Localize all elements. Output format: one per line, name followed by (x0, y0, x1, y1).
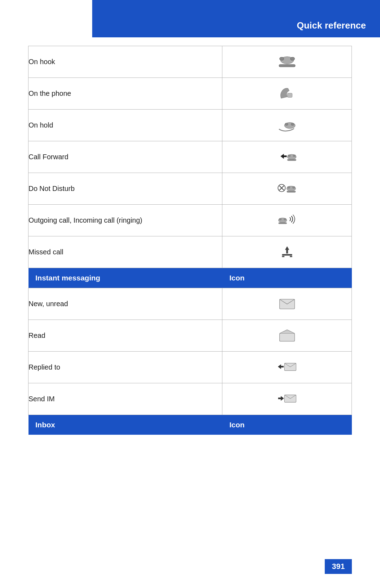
icon-cell (222, 352, 352, 383)
svg-rect-6 (285, 123, 288, 125)
section-label-inbox: Inbox (28, 415, 222, 435)
outgoing-incoming-icon (277, 211, 298, 229)
msg-send-icon (277, 390, 298, 407)
svg-rect-26 (282, 256, 284, 257)
icon-cell (222, 288, 352, 320)
section-label-icon2: Icon (222, 415, 352, 435)
row-label: On hold (28, 110, 222, 141)
icon-cell (222, 236, 352, 268)
msg-new-unread-icon (277, 295, 298, 312)
icon-cell (222, 320, 352, 352)
header-bar: Quick reference (92, 0, 380, 37)
section-header-instant-messaging: Instant messaging Icon (28, 268, 352, 288)
svg-rect-4 (287, 93, 292, 97)
table-row: On hold (28, 110, 352, 141)
svg-rect-11 (293, 154, 296, 156)
call-forward-icon (277, 148, 298, 165)
svg-rect-10 (288, 154, 291, 156)
icon-cell (222, 173, 352, 205)
table-row: On the phone (28, 78, 352, 110)
row-label: Send IM (28, 383, 222, 415)
missed-call-icon (277, 243, 298, 260)
svg-rect-7 (291, 123, 294, 125)
msg-read-icon (277, 326, 298, 344)
svg-rect-3 (290, 57, 294, 60)
on-the-phone-icon (277, 84, 298, 102)
row-label: Read (28, 320, 222, 352)
svg-rect-18 (292, 186, 295, 188)
table-row: Outgoing call, Incoming call (ringing) (28, 205, 352, 236)
svg-marker-31 (278, 364, 284, 369)
svg-rect-12 (287, 159, 296, 161)
content-area: On hook O (28, 46, 352, 435)
svg-marker-8 (280, 154, 287, 159)
row-label: Replied to (28, 352, 222, 383)
icon-cell (222, 141, 352, 173)
table-row: Do Not Disturb (28, 173, 352, 205)
table-row: Replied to (28, 352, 352, 383)
icon-cell (222, 78, 352, 110)
svg-rect-25 (282, 254, 292, 255)
do-not-disturb-icon (277, 179, 298, 197)
svg-rect-22 (284, 218, 286, 220)
row-label: Call Forward (28, 141, 222, 173)
on-hook-icon (277, 52, 298, 70)
svg-rect-19 (286, 191, 296, 192)
page-number: 391 (325, 559, 352, 574)
row-label: Missed call (28, 236, 222, 268)
page-title: Quick reference (297, 20, 366, 31)
row-label: On the phone (28, 78, 222, 110)
svg-rect-23 (278, 222, 287, 224)
table-row: Missed call (28, 236, 352, 268)
row-label: Outgoing call, Incoming call (ringing) (28, 205, 222, 236)
table-row: Send IM (28, 383, 352, 415)
svg-marker-24 (285, 246, 289, 254)
icon-cell (222, 205, 352, 236)
on-hold-icon (277, 116, 298, 134)
table-row: Read (28, 320, 352, 352)
svg-rect-0 (279, 64, 295, 67)
section-label-icon: Icon (222, 268, 352, 288)
svg-rect-29 (279, 333, 294, 341)
svg-rect-21 (279, 218, 281, 220)
svg-rect-2 (279, 57, 284, 60)
svg-rect-17 (287, 186, 290, 188)
reference-table: On hook O (28, 46, 352, 435)
row-label: Do Not Disturb (28, 173, 222, 205)
svg-rect-27 (290, 256, 292, 257)
icon-cell (222, 46, 352, 78)
section-header-inbox: Inbox Icon (28, 415, 352, 435)
svg-marker-33 (278, 396, 284, 401)
section-label-instant-messaging: Instant messaging (28, 268, 222, 288)
row-label: New, unread (28, 288, 222, 320)
icon-cell (222, 110, 352, 141)
table-row: New, unread (28, 288, 352, 320)
row-label: On hook (28, 46, 222, 78)
table-row: Call Forward (28, 141, 352, 173)
icon-cell (222, 383, 352, 415)
table-row: On hook (28, 46, 352, 78)
msg-replied-icon (277, 358, 298, 376)
